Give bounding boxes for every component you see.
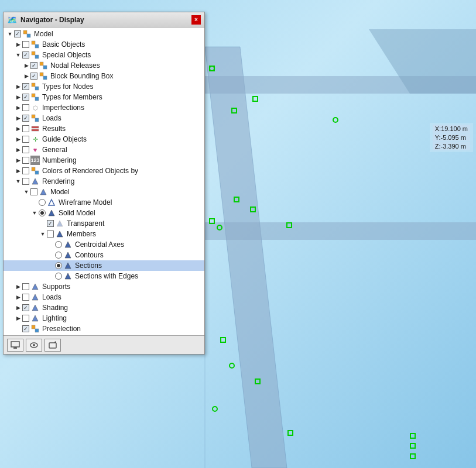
expander-block-bounding-box[interactable]: ▶	[22, 72, 30, 80]
check-loads2[interactable]	[22, 294, 29, 301]
label-shading: Shading	[42, 304, 68, 312]
tree-item-supports[interactable]: ▶ Supports	[4, 281, 204, 292]
icon-transparent	[55, 219, 64, 228]
expander-numbering[interactable]: ▶	[14, 156, 22, 164]
tree-item-imperfections[interactable]: ▶ ⬡ Imperfections	[4, 102, 204, 113]
label-contours: Contours	[75, 251, 104, 259]
expander-basic-objects[interactable]: ▶	[14, 40, 22, 49]
expander-special-objects[interactable]: ▼	[14, 51, 22, 59]
check-basic-objects[interactable]	[22, 41, 29, 48]
check-special-objects[interactable]	[22, 51, 29, 58]
tree-item-centroidal-axes[interactable]: ▶ Centroidal Axes	[4, 239, 204, 250]
navigator-panel: 🗺️ Navigator - Display × ▼ Model ▶ Basic…	[3, 12, 205, 355]
icon-block-bounding-box	[39, 71, 48, 81]
check-colors-rendered[interactable]	[22, 167, 29, 174]
tree-item-shading[interactable]: ▶ Shading	[4, 302, 204, 313]
footer-btn-eye[interactable]	[26, 339, 42, 352]
tree-item-numbering[interactable]: ▶ 123 Numbering	[4, 155, 204, 166]
tree-item-general[interactable]: ▶ ♥ General	[4, 144, 204, 155]
radio-sections[interactable]	[55, 262, 62, 269]
check-lighting[interactable]	[22, 315, 29, 322]
tree-item-types-members[interactable]: ▶ Types for Members	[4, 92, 204, 102]
icon-solid-model	[47, 208, 56, 218]
check-loads[interactable]	[22, 115, 29, 122]
check-rend-model[interactable]	[30, 188, 37, 195]
footer-btn-camera[interactable]	[44, 339, 61, 352]
expander-general[interactable]: ▶	[14, 146, 22, 154]
svg-marker-37	[32, 294, 38, 300]
expander-supports[interactable]: ▶	[14, 283, 22, 291]
tree-item-colors-rendered[interactable]: ▶ Colors of Rendered Objects by	[4, 166, 204, 176]
tree-item-loads[interactable]: ▶ Loads	[4, 113, 204, 123]
tree-item-sections[interactable]: ▶ Sections	[4, 260, 204, 271]
nav-close-button[interactable]: ×	[191, 15, 201, 25]
tree-item-sections-edges[interactable]: ▶ Sections with Edges	[4, 271, 204, 281]
check-rendering[interactable]	[22, 178, 29, 185]
expander-lighting[interactable]: ▶	[14, 314, 22, 322]
svg-rect-47	[49, 343, 56, 348]
expander-results[interactable]: ▶	[14, 125, 22, 133]
navigator-tree[interactable]: ▼ Model ▶ Basic Objects ▼ Special Object…	[4, 27, 204, 335]
tree-item-solid-model[interactable]: ▼ Solid Model	[4, 208, 204, 218]
expander-loads2[interactable]: ▶	[14, 293, 22, 301]
radio-wireframe[interactable]	[39, 199, 46, 206]
marker-circle-3	[217, 225, 222, 230]
check-general[interactable]	[22, 146, 29, 153]
check-block-bounding-box[interactable]	[30, 73, 37, 80]
radio-solid-model[interactable]	[39, 209, 46, 216]
tree-item-guide-objects[interactable]: ▶ ✛ Guide Objects	[4, 134, 204, 144]
expander-guide-objects[interactable]: ▶	[14, 135, 22, 143]
expander-nodal-releases[interactable]: ▶	[22, 61, 30, 70]
expander-rend-model[interactable]: ▼	[22, 188, 30, 196]
tree-item-types-nodes[interactable]: ▶ Types for Nodes	[4, 81, 204, 92]
tree-item-transparent[interactable]: ▶ Transparent	[4, 218, 204, 229]
tree-item-special-objects[interactable]: ▼ Special Objects	[4, 50, 204, 60]
radio-centroidal-axes[interactable]	[55, 241, 62, 248]
check-preselection[interactable]	[22, 325, 29, 332]
tree-item-model[interactable]: ▼ Model	[4, 29, 204, 39]
check-shading[interactable]	[22, 304, 29, 311]
tree-item-members[interactable]: ▼ Members	[4, 229, 204, 239]
expander-types-nodes[interactable]: ▶	[14, 82, 22, 91]
tree-item-results[interactable]: ▶ Results	[4, 123, 204, 134]
tree-item-basic-objects[interactable]: ▶ Basic Objects	[4, 39, 204, 50]
footer-btn-display[interactable]	[7, 339, 23, 352]
expander-colors-rendered[interactable]: ▶	[14, 167, 22, 175]
label-rend-model: Model	[50, 188, 70, 196]
expander-rendering[interactable]: ▼	[14, 177, 22, 185]
tree-item-rendering[interactable]: ▼ Rendering	[4, 176, 204, 187]
label-model: Model	[34, 30, 53, 38]
expander-solid-model[interactable]: ▼	[30, 209, 39, 217]
check-numbering[interactable]	[22, 157, 29, 164]
check-imperfections[interactable]	[22, 104, 29, 111]
check-nodal-releases[interactable]	[30, 62, 37, 69]
check-transparent[interactable]	[47, 220, 54, 227]
tree-item-wireframe[interactable]: ▶ Wireframe Model	[4, 197, 204, 208]
tree-item-nodal-releases[interactable]: ▶ Nodal Releases	[4, 60, 204, 71]
radio-contours[interactable]	[55, 252, 62, 259]
check-guide-objects[interactable]	[22, 136, 29, 143]
tree-item-contours[interactable]: ▶ Contours	[4, 250, 204, 260]
check-results[interactable]	[22, 125, 29, 132]
tree-item-block-bounding-box[interactable]: ▶ Block Bounding Box	[4, 71, 204, 81]
label-wireframe: Wireframe Model	[59, 198, 112, 207]
expander-types-members[interactable]: ▶	[14, 93, 22, 101]
icon-loads	[30, 113, 40, 123]
svg-rect-21	[35, 118, 39, 122]
check-model[interactable]	[14, 30, 21, 37]
expander-model[interactable]: ▼	[6, 30, 14, 38]
check-types-nodes[interactable]	[22, 83, 29, 90]
svg-marker-26	[32, 178, 38, 184]
radio-sections-edges[interactable]	[55, 273, 62, 280]
check-members[interactable]	[47, 230, 54, 238]
tree-item-lighting[interactable]: ▶ Lighting	[4, 313, 204, 324]
expander-members[interactable]: ▼	[39, 230, 47, 238]
expander-shading[interactable]: ▶	[14, 304, 22, 312]
check-supports[interactable]	[22, 283, 29, 290]
expander-loads[interactable]: ▶	[14, 114, 22, 122]
check-types-members[interactable]	[22, 94, 29, 101]
tree-item-loads2[interactable]: ▶ Loads	[4, 292, 204, 302]
tree-item-rend-model[interactable]: ▼ Model	[4, 187, 204, 197]
tree-item-preselection[interactable]: ▶ Preselection	[4, 324, 204, 334]
expander-imperfections[interactable]: ▶	[14, 104, 22, 112]
